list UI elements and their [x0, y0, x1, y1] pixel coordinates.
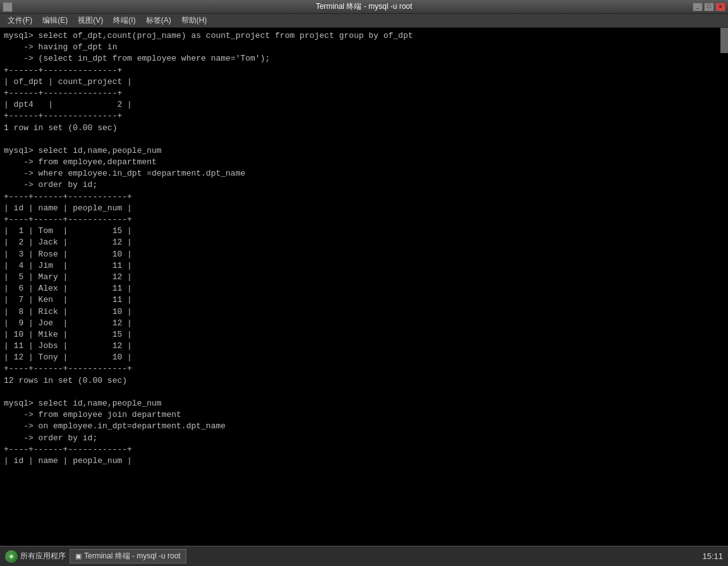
menu-view[interactable]: 视图(V): [73, 14, 108, 27]
titlebar-left: [3, 2, 13, 12]
menu-terminal[interactable]: 终端(I): [108, 14, 140, 27]
terminal-icon: ▣: [75, 552, 82, 560]
window-controls[interactable]: _ □ ✕: [693, 3, 725, 11]
menu-tabs[interactable]: 标签(A): [141, 14, 176, 27]
apps-label: 所有应用程序: [20, 551, 66, 562]
menu-edit[interactable]: 编辑(E): [37, 14, 73, 27]
close-button[interactable]: ✕: [715, 3, 725, 11]
taskbar-left: 所有应用程序 ▣ Terminal 终端 - mysql -u root: [5, 549, 186, 563]
restore-button[interactable]: □: [704, 3, 714, 11]
terminal-output[interactable]: mysql> select of_dpt,count(proj_name) as…: [0, 28, 728, 546]
window-icon: [3, 2, 13, 12]
apps-icon: [5, 550, 18, 563]
taskbar-time: 15:11: [702, 551, 723, 561]
taskbar-terminal-item[interactable]: ▣ Terminal 终端 - mysql -u root: [70, 549, 186, 563]
menubar: 文件(F) 编辑(E) 视图(V) 终端(I) 标签(A) 帮助(H): [0, 14, 728, 28]
scrollbar-thumb[interactable]: [720, 28, 728, 53]
menu-file[interactable]: 文件(F): [3, 14, 37, 27]
window-title: Terminal 终端 - mysql -u root: [316, 1, 413, 12]
taskbar: 所有应用程序 ▣ Terminal 终端 - mysql -u root 15:…: [0, 546, 728, 566]
titlebar: Terminal 终端 - mysql -u root _ □ ✕: [0, 0, 728, 14]
taskbar-apps[interactable]: 所有应用程序: [5, 550, 66, 563]
minimize-button[interactable]: _: [693, 3, 703, 11]
taskbar-terminal-label: Terminal 终端 - mysql -u root: [84, 551, 181, 562]
menu-help[interactable]: 帮助(H): [176, 14, 212, 27]
